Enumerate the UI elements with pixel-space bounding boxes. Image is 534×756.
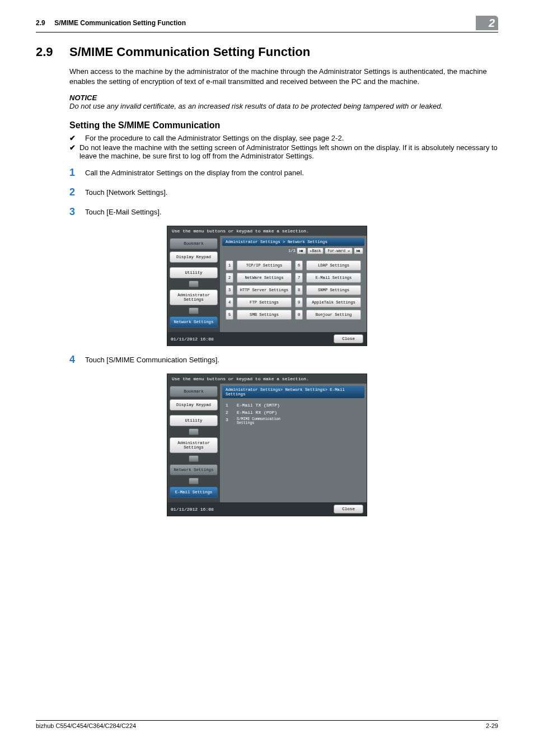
notice-body: Do not use any invalid certificate, as a… <box>69 102 498 110</box>
step-text: Call the Administrator Settings on the d… <box>85 167 304 179</box>
menu-key-2[interactable]: 2 <box>226 410 233 415</box>
email-tx-smtp-button[interactable]: E-Mail TX (SMTP) <box>237 403 298 408</box>
page-prev-stop-button[interactable]: ⏮ <box>297 248 306 254</box>
subheading: Setting the S/MIME Communication <box>69 120 498 130</box>
step-number: 2 <box>69 186 85 198</box>
email-rx-pop-button[interactable]: E-Mail RX (POP) <box>237 410 298 415</box>
http-server-settings-button[interactable]: HTTP Server Settings <box>237 285 292 295</box>
footer-model: bizhub C554/C454/C364/C284/C224 <box>36 722 136 729</box>
network-settings-tab[interactable]: Network Settings <box>170 464 218 475</box>
screenshot-datetime: 01/11/2012 16:08 <box>171 337 214 342</box>
menu-key-1[interactable]: 1 <box>226 260 233 270</box>
menu-key-3[interactable]: 3 <box>226 417 233 425</box>
page-back-button[interactable]: ↞Back <box>307 248 324 254</box>
check-icon: ✔ <box>69 134 85 142</box>
menu-key-9[interactable]: 9 <box>295 297 303 307</box>
menu-key-7[interactable]: 7 <box>295 273 303 283</box>
tcpip-settings-button[interactable]: TCP/IP Settings <box>237 260 292 270</box>
section-heading-text: S/MIME Communication Setting Function <box>69 45 310 59</box>
page-indicator: 1/3 <box>288 249 296 253</box>
menu-key-3[interactable]: 3 <box>226 285 233 295</box>
check-icon: ✔ <box>69 143 79 160</box>
snmp-settings-button[interactable]: SNMP Settings <box>306 285 361 295</box>
page-forward-button[interactable]: For-ward ↠ <box>325 248 353 254</box>
breadcrumb: Administrator Settings > Network Setting… <box>226 240 327 244</box>
display-keypad-button[interactable]: Display Keypad <box>170 399 218 410</box>
intro-paragraph: When access to the machine by the admini… <box>69 67 498 86</box>
menu-key-1[interactable]: 1 <box>226 403 233 408</box>
close-button[interactable]: Close <box>334 505 363 514</box>
screenshot-datetime: 01/11/2012 16:08 <box>171 507 214 512</box>
step-text: Touch [Network Settings]. <box>85 186 167 198</box>
menu-key-6[interactable]: 6 <box>295 260 303 270</box>
header-section-title: S/MIME Communication Setting Function <box>54 19 186 27</box>
menu-key-0[interactable]: 0 <box>295 310 303 320</box>
arrow-down-icon <box>189 455 199 462</box>
utility-button[interactable]: Utility <box>170 415 218 426</box>
header-section-no: 2.9 <box>36 19 45 27</box>
arrow-down-icon <box>189 478 199 484</box>
administrator-settings-button[interactable]: Administrator Settings <box>170 437 218 453</box>
smb-settings-button[interactable]: SMB Settings <box>237 310 292 320</box>
step-text: Touch [S/MIME Communication Settings]. <box>85 354 219 366</box>
menu-key-4[interactable]: 4 <box>226 297 233 307</box>
screenshot-network-settings: Use the menu buttons or keypad to make a… <box>167 226 367 346</box>
bookmark-tab[interactable]: Bookmark <box>170 386 218 397</box>
menu-key-2[interactable]: 2 <box>226 273 233 283</box>
netware-settings-button[interactable]: NetWare Settings <box>237 273 292 283</box>
section-number: 2.9 <box>36 45 69 59</box>
email-settings-button[interactable]: E-Mail Settings <box>306 273 361 283</box>
email-settings-tab[interactable]: E-Mail Settings <box>170 487 218 498</box>
smime-communication-settings-button[interactable]: S/MIME Communication Settings <box>237 417 298 425</box>
step-text: Touch [E-Mail Settings]. <box>85 206 162 218</box>
step-number: 1 <box>69 167 85 179</box>
bookmark-tab[interactable]: Bookmark <box>170 238 218 249</box>
network-settings-tab[interactable]: Network Settings <box>170 316 218 328</box>
footer-page-number: 2-29 <box>486 722 498 729</box>
arrow-down-icon <box>189 281 199 287</box>
ftp-settings-button[interactable]: FTP Settings <box>237 297 292 307</box>
menu-key-5[interactable]: 5 <box>226 310 233 320</box>
display-keypad-button[interactable]: Display Keypad <box>170 251 218 263</box>
ldap-settings-button[interactable]: LDAP Settings <box>306 260 361 270</box>
screenshot-hint: Use the menu buttons or keypad to make a… <box>167 226 367 236</box>
menu-key-8[interactable]: 8 <box>295 285 303 295</box>
section-title: 2.9S/MIME Communication Setting Function <box>36 45 498 59</box>
notice-heading: NOTICE <box>69 94 498 102</box>
close-button[interactable]: Close <box>334 334 363 343</box>
page-next-stop-button[interactable]: ⏭ <box>354 248 363 254</box>
arrow-down-icon <box>189 307 199 314</box>
utility-button[interactable]: Utility <box>170 267 218 278</box>
appletalk-settings-button[interactable]: AppleTalk Settings <box>306 297 361 307</box>
step-number: 3 <box>69 206 85 218</box>
administrator-settings-button[interactable]: Administrator Settings <box>170 290 218 305</box>
screenshot-email-settings: Use the menu buttons or keypad to make a… <box>167 374 367 516</box>
check-item: For the procedure to call the Administra… <box>85 134 344 142</box>
arrow-down-icon <box>189 428 199 435</box>
step-number: 4 <box>69 354 85 366</box>
check-item: Do not leave the machine with the settin… <box>79 143 498 160</box>
bonjour-setting-button[interactable]: Bonjour Setting <box>306 310 361 320</box>
chapter-badge: 2 <box>476 16 498 30</box>
breadcrumb: Administrator Settings> Network Settings… <box>226 388 361 396</box>
screenshot-hint: Use the menu buttons or keypad to make a… <box>167 374 367 384</box>
